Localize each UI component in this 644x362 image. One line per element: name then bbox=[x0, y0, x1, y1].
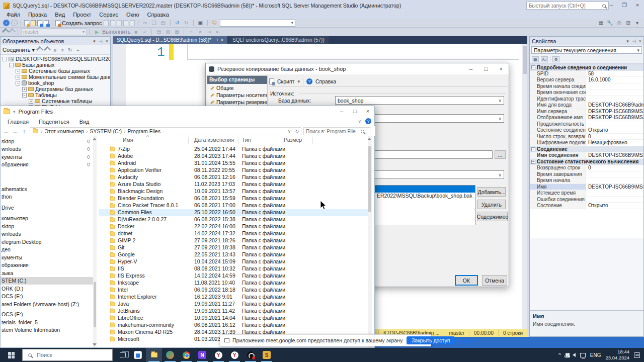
collapse-icon[interactable]: − bbox=[531, 65, 535, 69]
scroll-up-icon[interactable] bbox=[367, 138, 371, 140]
navigate-forward-icon[interactable]: › bbox=[11, 20, 18, 26]
file-list-scrollbar[interactable] bbox=[368, 136, 372, 347]
minimize-icon[interactable]: – bbox=[605, 0, 618, 11]
contents-button[interactable]: Содержимое bbox=[477, 212, 508, 221]
ribbon-tab-Поделиться[interactable]: Поделиться bbox=[34, 118, 74, 126]
sidebar-item[interactable]: кументы bbox=[1, 153, 93, 161]
property-row[interactable]: ИмяDESKTOP-ISC66B9\MSSQLSERVE bbox=[530, 184, 643, 191]
menu-item-Окно[interactable]: Окно bbox=[123, 11, 143, 19]
comment-icon[interactable]: 🗨 bbox=[211, 20, 218, 27]
file-row[interactable]: Application Verifier08.11.2022 20:55Папк… bbox=[99, 167, 368, 174]
sidebar-item[interactable]: sktop bbox=[1, 222, 93, 230]
pin-icon[interactable]: ⊣ bbox=[99, 39, 103, 44]
sidebar-item[interactable]: wnloads bbox=[1, 230, 93, 238]
sidebar-item[interactable]: elegram Desktop bbox=[1, 238, 93, 246]
quick-launch-box[interactable] bbox=[526, 2, 609, 10]
photos-app-button[interactable] bbox=[162, 348, 178, 362]
file-row[interactable]: Git27.09.2021 18:38Папка с файлами bbox=[99, 244, 368, 251]
obs-app-button[interactable] bbox=[243, 348, 259, 362]
property-row[interactable]: Имя сервераDESKTOP-ISC66B9\MSSQLSERVE bbox=[530, 109, 643, 115]
undo-icon[interactable]: ↺ bbox=[174, 20, 181, 27]
sidebar-item[interactable]: stem Volume Information bbox=[1, 326, 93, 334]
sidebar-item[interactable]: ображения bbox=[1, 261, 93, 269]
script-dropdown-icon[interactable]: ▾ bbox=[297, 79, 300, 84]
cut-icon[interactable]: ✂ bbox=[141, 20, 149, 27]
tree-node[interactable]: −Базы данных bbox=[1, 62, 110, 68]
tree-expander-icon[interactable]: + bbox=[22, 87, 27, 92]
tree-node[interactable]: −Таблицы bbox=[1, 92, 110, 98]
file-row[interactable]: IIS Express14.02.2024 14:59Папка с файла… bbox=[99, 273, 368, 280]
file-row[interactable]: 7-Zip25.04.2022 17:44Папка с файлами bbox=[99, 146, 368, 153]
execute-icon[interactable]: ▶ bbox=[93, 28, 101, 35]
cancel-button[interactable]: Отмена bbox=[482, 275, 507, 286]
property-row[interactable]: Отображаемое имяDESKTOP-ISC66B9\MSSQLSER… bbox=[530, 115, 643, 121]
close-icon[interactable]: × bbox=[494, 64, 509, 74]
tree-node[interactable]: +Системные базы данных bbox=[1, 68, 110, 74]
property-row[interactable]: Имя для входаDESKTOP-ISC66B9\admin bbox=[530, 102, 643, 109]
results-grid-icon[interactable]: ▦ bbox=[173, 28, 181, 35]
maximize-icon[interactable]: □ bbox=[478, 64, 494, 74]
new-query-button[interactable]: Создать запрос bbox=[62, 20, 102, 26]
file-row[interactable]: Android31.01.2024 15:55Папка с файлами bbox=[99, 160, 368, 167]
sidebar-item[interactable]: ображения bbox=[1, 161, 93, 169]
copy-icon[interactable]: ❐ bbox=[150, 20, 158, 27]
ssms-title-bar[interactable]: SQLQuery1.sql - DESKTOP-ISC66B9\MSSQLSER… bbox=[0, 0, 644, 11]
property-row[interactable]: Возвращено строк0 bbox=[530, 165, 643, 171]
sidebar-item[interactable]: ORK (D:) bbox=[1, 285, 93, 293]
scroll-up-icon[interactable] bbox=[93, 138, 97, 140]
file-row[interactable]: Common Files25.10.2022 16:50Папка с файл… bbox=[99, 209, 368, 216]
dialog-page-item[interactable]: Параметры резервного копи bbox=[207, 99, 267, 105]
property-row[interactable]: Идентификатор трассиро bbox=[530, 96, 643, 103]
up-icon[interactable]: ↑ bbox=[21, 128, 28, 134]
file-row[interactable]: Adobe28.04.2023 17:44Папка с файлами bbox=[99, 153, 368, 160]
menu-item-Вид[interactable]: Вид bbox=[51, 11, 68, 19]
tree-node[interactable]: +Моментальные снимки базы данных bbox=[1, 74, 110, 80]
speaker-icon[interactable] bbox=[573, 353, 576, 357]
extensions-icon[interactable]: ⊞ bbox=[624, 20, 632, 27]
save-all-icon[interactable] bbox=[44, 20, 49, 26]
tree-node[interactable]: +Системные таблицы bbox=[1, 98, 110, 104]
database-selector[interactable]: master▾ bbox=[21, 28, 87, 35]
sidebar-item[interactable]: компьютер bbox=[1, 215, 93, 223]
file-row[interactable]: dotnet14.02.2024 17:32Папка с файлами bbox=[99, 230, 368, 237]
alphabetical-icon[interactable]: A↓ bbox=[541, 56, 548, 62]
sidebar-item[interactable]: wnloads bbox=[1, 145, 93, 153]
quick-access-toolbar-icon[interactable]: ▾ bbox=[13, 109, 16, 114]
property-row[interactable]: Время окончания соедин bbox=[530, 89, 643, 96]
quick-launch-input[interactable] bbox=[527, 3, 600, 9]
mdx-query-icon[interactable] bbox=[117, 20, 122, 26]
tree-node[interactable]: −book_shop bbox=[1, 80, 110, 86]
sidebar-item[interactable]: sktop bbox=[1, 137, 93, 145]
file-row[interactable]: Google22.05.2021 13:43Папка с файлами bbox=[99, 251, 368, 258]
add-button[interactable]: Добавить... bbox=[477, 187, 506, 197]
filter-icon[interactable]: ▼ bbox=[60, 46, 65, 53]
sidebar-item[interactable]: thon bbox=[1, 193, 93, 201]
menu-item-Файл[interactable]: Файл bbox=[3, 11, 24, 19]
property-row[interactable]: Время начала bbox=[530, 177, 643, 184]
taskbar-search-box[interactable] bbox=[22, 349, 113, 361]
showplan-icon[interactable]: ▤ bbox=[155, 28, 163, 35]
menu-item-Правка[interactable]: Правка bbox=[25, 11, 50, 19]
yandex-app-button[interactable]: Y bbox=[210, 348, 226, 362]
xmla-query-icon[interactable] bbox=[130, 20, 135, 26]
menu-item-Справка[interactable]: Справка bbox=[144, 11, 173, 19]
plug2-icon[interactable] bbox=[44, 46, 51, 53]
sidebar-item[interactable]: зыка bbox=[1, 269, 93, 277]
ribbon-tab-Главная[interactable]: Главная bbox=[3, 118, 34, 126]
file-row[interactable]: Intel06.09.2022 18:18Папка с файлами bbox=[99, 287, 368, 294]
sidebar-item[interactable]: OCS (E:) bbox=[1, 311, 93, 319]
help-button[interactable]: Справка bbox=[315, 78, 336, 84]
menu-item-Проект[interactable]: Проект bbox=[69, 11, 95, 19]
file-row[interactable]: Hyper-V10.04.2024 15:09Папка с файлами bbox=[99, 258, 368, 265]
forward-icon[interactable]: → bbox=[12, 128, 19, 134]
network-icon[interactable] bbox=[580, 353, 586, 357]
redo-icon[interactable]: ↻ bbox=[183, 20, 190, 27]
editor-scrollbar[interactable] bbox=[522, 44, 527, 329]
restore-icon[interactable]: ❐ bbox=[618, 0, 631, 11]
plug-icon[interactable] bbox=[36, 46, 43, 53]
tab-pin-icon[interactable]: ⊣ bbox=[214, 38, 218, 42]
dialog-page-item[interactable]: Параметры носителя bbox=[207, 92, 267, 98]
ok-button[interactable]: ОК bbox=[455, 275, 478, 286]
property-row[interactable]: Продолжительность соед bbox=[530, 121, 643, 128]
file-row[interactable]: Blender Foundation06.08.2021 15:59Папка … bbox=[99, 195, 368, 202]
